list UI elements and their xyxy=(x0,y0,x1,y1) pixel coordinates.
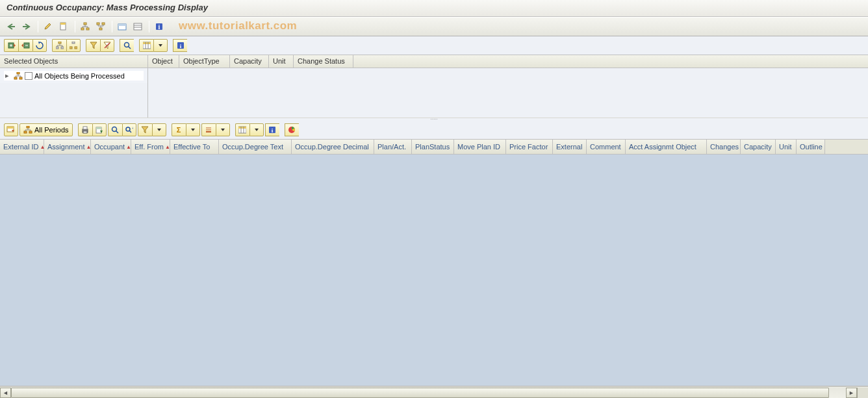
find-next-button[interactable]: + xyxy=(122,123,136,136)
horizontal-scrollbar[interactable]: ◄ ► xyxy=(0,386,868,398)
container-icon[interactable] xyxy=(115,19,129,34)
alv-col-label: Outline xyxy=(800,143,823,151)
tree-root-row[interactable]: ▸ All Objects Being Processed xyxy=(4,71,144,81)
layout-alv-dropdown[interactable] xyxy=(249,123,264,136)
alv-col-assignment[interactable]: Assignment▲ xyxy=(44,140,91,154)
alv-col-eff-from[interactable]: Eff. From▲ xyxy=(131,140,170,154)
layout-button[interactable] xyxy=(139,39,153,52)
svg-rect-35 xyxy=(14,77,17,79)
all-periods-button[interactable]: All Periods xyxy=(19,123,73,136)
filter-alv-button[interactable] xyxy=(138,123,152,136)
layout-alv-button[interactable] xyxy=(235,123,249,136)
document-icon[interactable] xyxy=(57,19,71,34)
subtotal-dropdown[interactable] xyxy=(216,123,230,136)
svg-rect-57 xyxy=(238,127,246,129)
hierarchy-icon xyxy=(23,126,32,134)
info-icon[interactable]: i xyxy=(152,19,166,34)
svg-rect-11 xyxy=(118,24,126,26)
filter-set-button[interactable] xyxy=(86,39,100,52)
alv-col-external[interactable]: External xyxy=(553,140,587,154)
subtotal-button[interactable] xyxy=(201,123,216,136)
tree-container: Selected Objects ▸ All Objects Being Pro… xyxy=(0,55,868,118)
svg-rect-44 xyxy=(83,131,87,133)
separator xyxy=(75,21,75,32)
select-layout-button[interactable] xyxy=(4,123,18,136)
tree-header: Selected Objects xyxy=(0,55,147,68)
legend-button[interactable]: i xyxy=(173,39,187,52)
scroll-track[interactable] xyxy=(11,388,846,398)
refresh-button[interactable] xyxy=(32,39,47,52)
scroll-thumb[interactable] xyxy=(11,388,829,398)
tree-config-button[interactable] xyxy=(66,39,81,52)
hierarchy-down-icon[interactable] xyxy=(94,19,108,34)
col-changestatus[interactable]: Change Status xyxy=(294,55,353,68)
alv-col-label: Assignment xyxy=(47,143,84,151)
alv-col-plan-act-[interactable]: Plan/Act. xyxy=(374,140,412,154)
svg-rect-38 xyxy=(7,127,14,129)
find-button[interactable] xyxy=(120,39,134,52)
alv-col-occup-degree-decimal[interactable]: Occup.Degree Decimal xyxy=(292,140,374,154)
forward-button[interactable] xyxy=(19,19,34,34)
tree-checkbox[interactable] xyxy=(25,72,32,80)
alv-col-occupant[interactable]: Occupant▲ xyxy=(91,140,131,154)
alv-col-comment[interactable]: Comment xyxy=(587,140,626,154)
svg-rect-22 xyxy=(72,42,75,44)
alv-col-label: Eff. From xyxy=(134,143,164,151)
svg-text:+: + xyxy=(132,126,133,131)
svg-point-47 xyxy=(112,127,117,132)
collapse-all-button[interactable] xyxy=(18,39,32,52)
alv-col-move-plan-id[interactable]: Move Plan ID xyxy=(454,140,506,154)
scroll-right-button[interactable]: ► xyxy=(846,388,857,398)
alv-col-acct-assignmt-object[interactable]: Acct Assignmt Object xyxy=(626,140,707,154)
sort-ascending-icon: ▲ xyxy=(165,144,170,150)
print-button[interactable] xyxy=(78,123,92,136)
expand-all-button[interactable] xyxy=(4,39,18,52)
tree-right-body xyxy=(148,68,868,118)
svg-rect-36 xyxy=(19,77,22,79)
chart-button[interactable] xyxy=(285,123,299,136)
separator xyxy=(149,21,149,32)
sum-button[interactable]: Σ xyxy=(172,123,186,136)
svg-rect-5 xyxy=(81,28,84,30)
sum-dropdown[interactable] xyxy=(186,123,200,136)
svg-rect-41 xyxy=(29,131,32,133)
back-button[interactable] xyxy=(4,19,18,34)
scroll-left-button[interactable]: ◄ xyxy=(0,388,11,398)
export-button[interactable] xyxy=(92,123,107,136)
hierarchy-button[interactable] xyxy=(52,39,66,52)
tree-right-pane: Object ObjectType Capacity Unit Change S… xyxy=(148,55,868,118)
alv-col-label: Price Factor xyxy=(509,143,548,151)
svg-rect-12 xyxy=(134,23,142,30)
filter-alv-dropdown[interactable] xyxy=(152,123,166,136)
hierarchy-up-icon[interactable] xyxy=(78,19,92,34)
col-object[interactable]: Object xyxy=(148,55,179,68)
alv-col-effective-to[interactable]: Effective To xyxy=(170,140,219,154)
alv-col-price-factor[interactable]: Price Factor xyxy=(506,140,553,154)
info-alv-button[interactable]: i xyxy=(265,123,279,136)
tree-root-label: All Objects Being Processed xyxy=(34,72,125,80)
pencil-icon[interactable] xyxy=(41,19,55,34)
tree-columns: Object ObjectType Capacity Unit Change S… xyxy=(148,55,868,68)
alv-col-label: Occup.Degree Text xyxy=(222,143,283,151)
col-objecttype[interactable]: ObjectType xyxy=(179,55,230,68)
alv-col-external-id[interactable]: External ID▲ xyxy=(0,140,44,154)
alv-col-capacity[interactable]: Capacity xyxy=(741,140,776,154)
alv-col-occup-degree-text[interactable]: Occup.Degree Text xyxy=(219,140,292,154)
sort-ascending-icon: ▲ xyxy=(126,144,131,150)
expand-icon[interactable]: ▸ xyxy=(5,71,12,80)
alv-col-changes[interactable]: Changes xyxy=(707,140,741,154)
layout-dropdown-button[interactable] xyxy=(153,39,168,52)
separator xyxy=(38,21,38,32)
svg-rect-29 xyxy=(143,42,151,44)
alv-col-label: Capacity xyxy=(744,143,772,151)
find-alv-button[interactable] xyxy=(108,123,122,136)
col-unit[interactable]: Unit xyxy=(269,55,294,68)
alv-col-unit[interactable]: Unit xyxy=(776,140,797,154)
alv-col-outline[interactable]: Outline xyxy=(797,140,825,154)
svg-text:Σ: Σ xyxy=(177,126,181,134)
alv-col-planstatus[interactable]: PlanStatus xyxy=(412,140,454,154)
filter-clear-button[interactable] xyxy=(100,39,114,52)
col-capacity[interactable]: Capacity xyxy=(230,55,269,68)
list-icon[interactable] xyxy=(131,19,145,34)
separator xyxy=(112,21,112,32)
